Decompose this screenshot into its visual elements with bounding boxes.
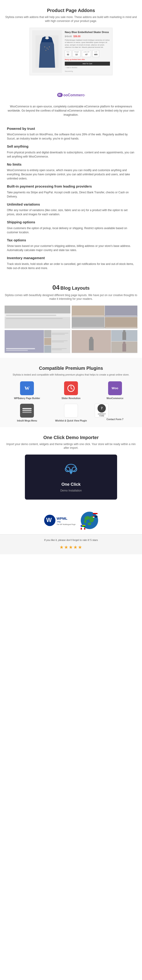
cf7-name: Contact Form 7 — [95, 418, 135, 421]
feature-title-3: Built-in payment processing from leading… — [7, 184, 135, 189]
product-image — [32, 30, 62, 73]
woo-logo: Woo — [108, 381, 122, 395]
svg-text:.org: .org — [57, 520, 60, 523]
feature-desc-5: Give customers the option of pickup, loc… — [7, 226, 135, 234]
blog-number: 04 — [52, 284, 60, 291]
product-addons-title: Product Page Addons — [5, 7, 137, 14]
product-desc: Pellentesque habitant morbi tristique se… — [65, 39, 110, 49]
feature-desc-0: WooCommerce is built on WordPress, the s… — [7, 132, 135, 141]
wpml-logo: W WPML .org The WP Multilingual Plugin — [43, 511, 76, 530]
feature-title-6: Tax options — [7, 238, 135, 243]
product-price: $49.00 $36.00 — [65, 35, 110, 38]
svg-text:WPML: WPML — [57, 516, 67, 520]
feature-title-5: Shipping options — [7, 220, 135, 225]
footer-text: If you like it, please don't forget to r… — [4, 538, 138, 542]
plugins-section: Compatible Premium Plugins Stylista is t… — [0, 358, 142, 427]
svg-marker-22 — [69, 472, 73, 474]
cf7-logo: 7 CONTACTFORM — [95, 404, 109, 418]
units-val1: 47 — [85, 53, 88, 56]
demo-box: One Click Demo Installation — [25, 455, 117, 500]
svg-rect-15 — [22, 408, 32, 409]
product-details: Navy Blue Embellished Skater Dress $49.0… — [65, 30, 110, 73]
woocommerce-section: W ooCommerce WooCommerce is an open-sour… — [0, 84, 142, 124]
product-addons-subtitle: Stylista comes with addons that will hel… — [5, 15, 137, 23]
plugins-title: Compatible Premium Plugins — [5, 365, 137, 372]
size-val: 32 — [67, 53, 69, 56]
svg-text:Woo: Woo — [112, 387, 118, 390]
svg-text:The WP Multilingual Plugin: The WP Multilingual Plugin — [57, 523, 76, 525]
size-label: Size — [66, 51, 69, 53]
feature-title-4: Unlimited variations — [7, 202, 135, 207]
demo-subtitle: Demo Installation — [30, 488, 112, 493]
units-label1: units left — [84, 51, 90, 53]
feature-desc-3: Take payments via Stripe and PayPal. Acc… — [7, 190, 135, 199]
blog-thumb-1 — [5, 305, 70, 329]
product-name: Navy Blue Embellished Skater Dress — [65, 30, 110, 34]
flag-globe — [80, 511, 99, 530]
blog-subtitle: Stylista comes with beautifully designed… — [2, 293, 140, 301]
plugins-subtitle: Stylista is tested and compatible with f… — [5, 373, 137, 377]
svg-rect-37 — [93, 516, 95, 517]
size-option[interactable]: Size 32 — [65, 50, 71, 57]
megamenu-logo — [20, 404, 34, 418]
wpbakery-name: WPBakery Page Builder — [7, 396, 47, 400]
svg-point-8 — [48, 49, 49, 50]
megamenu-name: Inbuilt Mega Menu — [7, 419, 47, 422]
demo-importer-section: One Click Demo Importer Import your demo… — [0, 427, 142, 504]
height-option[interactable]: Height 12 — [73, 50, 80, 57]
sold-label: sold — [94, 51, 98, 53]
woocommerce-logo: W ooCommerce — [7, 91, 135, 101]
blog-layouts-section: 04 Blog Layouts Stylista comes with beau… — [0, 276, 142, 358]
sold-val: 465 — [94, 53, 98, 56]
wpml-section: W WPML .org The WP Multilingual Plugin — [0, 504, 142, 534]
feature-title-1: Sell anything — [7, 144, 135, 149]
svg-point-4 — [44, 46, 45, 47]
footer-stars: ★★★★★ — [4, 544, 138, 550]
wpbakery-logo: W — [20, 381, 34, 395]
yith-logo: yith — [64, 404, 78, 418]
plugin-slider: Slider Revolution — [51, 381, 91, 400]
svg-text:W: W — [46, 517, 52, 523]
feature-desc-7: Track stock levels, hold stock after an … — [7, 262, 135, 270]
blog-thumb-2 — [72, 305, 137, 329]
feature-title-0: Powered by trust — [7, 126, 135, 131]
slider-logo — [64, 381, 78, 395]
plugin-megamenu: Inbuilt Mega Menu — [7, 404, 47, 422]
svg-rect-42 — [82, 528, 84, 530]
feature-desc-1: From physical products and digital downl… — [7, 150, 135, 159]
add-to-cart-button[interactable]: Add To Cart — [65, 62, 110, 65]
sold-option: sold 465 — [92, 50, 99, 57]
product-mockup: Navy Blue Embellished Skater Dress $49.0… — [30, 28, 112, 76]
slider-name: Slider Revolution — [51, 396, 91, 400]
blog-thumb-3 — [5, 330, 70, 353]
svg-point-6 — [49, 46, 50, 47]
svg-rect-17 — [22, 412, 32, 413]
wishlist-link[interactable]: ♡ Add to Wishlist — [65, 67, 110, 69]
svg-text:W: W — [58, 93, 61, 97]
product-options: Size 32 Height 12 units left 47 sold 465 — [65, 50, 110, 57]
woo-plugin-name: WooCommerce — [95, 396, 135, 400]
yith-name: Wishlist & Quick View Plugin — [51, 419, 91, 422]
product-addons-section: Product Page Addons Stylista comes with … — [0, 0, 142, 84]
height-val: 12 — [76, 53, 78, 56]
height-label: Height — [74, 51, 79, 53]
plugin-wpbakery: W WPBakery Page Builder — [7, 381, 47, 400]
woocommerce-features: Powered by trust WooCommerce is built on… — [0, 124, 142, 276]
svg-rect-40 — [80, 525, 82, 527]
feature-title-2: No limits — [7, 162, 135, 167]
svg-rect-34 — [93, 512, 98, 513]
footer-section: If you like it, please don't forget to r… — [0, 534, 142, 555]
svg-point-31 — [88, 522, 91, 525]
woocommerce-description: WooCommerce is an open-source, completel… — [7, 104, 135, 117]
svg-rect-16 — [22, 410, 32, 411]
plugin-cf7: 7 CONTACTFORM Contact Form 7 — [95, 404, 135, 422]
wpml-logos: W WPML .org The WP Multilingual Plugin — [5, 511, 137, 530]
blog-grid — [2, 305, 140, 353]
feature-title-7: Inventory management — [7, 255, 135, 261]
old-price: $49.00 — [65, 35, 72, 38]
svg-point-3 — [45, 37, 49, 39]
demo-importer-title: One Click Demo Importer — [5, 434, 137, 441]
feature-desc-6: Show taxes based on your customer's ship… — [7, 244, 135, 252]
svg-text:ooCommerce: ooCommerce — [63, 93, 85, 97]
feature-desc-2: WooCommerce is entirely open source, whi… — [7, 168, 135, 181]
